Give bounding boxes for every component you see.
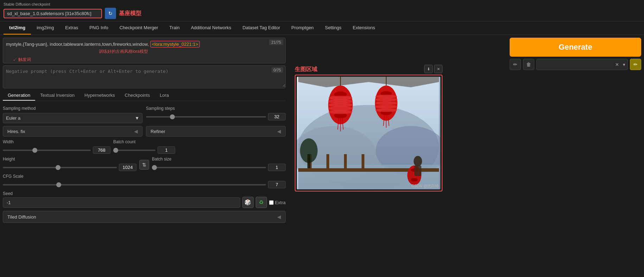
svg-rect-40 [307,154,310,168]
checkpoint-refresh-btn[interactable]: ↻ [105,8,116,19]
tab-extensions[interactable]: Extensions [347,21,381,34]
dropdown-arrow: ▼ [135,115,139,121]
image-wrapper: CSDN @比白特 [295,75,442,191]
left-panel: mystyle,{Tang-yuan}, indoor,tableware,la… [0,35,288,273]
image-close-btn[interactable]: ✕ [434,65,442,73]
sub-tab-checkpoints[interactable]: Checkpoints [120,90,155,101]
width-value: 768 [93,146,110,154]
sampling-method-select[interactable]: Euler a ▼ [3,113,142,123]
height-slider[interactable] [3,167,117,168]
tab-checkpoint-merger[interactable]: Checkpoint Merger [114,21,164,34]
controls-section: Sampling method Euler a ▼ Sampling steps… [3,106,286,223]
width-slider[interactable] [3,150,91,151]
main-layout: mystyle,{Tang-yuan}, indoor,tableware,la… [0,35,644,273]
tab-additional-networks[interactable]: Additional Networks [185,21,237,34]
svg-point-18 [329,110,352,114]
cfg-scale-label: CFG Scale [3,174,286,179]
batch-size-label: Batch size [152,157,286,162]
image-toolbar: ⬇ ✕ [424,65,442,73]
negative-prompt-container: 0/75 [3,65,286,88]
seed-dice-btn[interactable]: 🎲 [242,197,254,208]
svg-point-29 [375,105,397,108]
sub-tab-bar: Generation Textual Inversion Hypernetwor… [3,90,286,101]
sampling-steps-range-row: 32 [146,113,286,120]
height-label: Height [3,157,136,162]
width-label: Width [3,139,110,144]
tab-train[interactable]: Train [164,21,185,34]
sampling-method-group: Sampling method Euler a ▼ [3,106,142,123]
svg-point-30 [375,108,397,112]
cfg-scale-value: 7 [268,181,286,188]
height-range-row: 1024 [3,164,136,171]
batch-count-group: Batch count 1 [113,139,175,154]
image-area-header: 生图区域 [295,66,317,73]
seed-recycle-btn[interactable]: ♻ [256,197,267,208]
svg-point-28 [375,101,397,105]
negative-prompt-input[interactable] [3,66,285,87]
width-range-row: 768 [3,146,110,154]
sub-tab-hypernetworks[interactable]: Hypernetworks [79,90,120,101]
generate-button[interactable]: Generate [510,38,641,57]
svg-point-36 [411,178,418,182]
sampling-steps-slider[interactable] [146,116,266,118]
tiled-diffusion-row: Tiled Diffusion ◀ [3,211,286,223]
batch-count-label: Batch count [113,139,175,144]
swap-dimensions-btn[interactable]: ⇅ [139,160,149,170]
checkpoint-row: sd_xl_base_1.0.safetensors [31e35c80fc] … [4,8,640,19]
tab-promptgen[interactable]: Promptgen [286,21,319,34]
tab-img2img[interactable]: img2img [31,21,59,34]
svg-rect-38 [414,165,421,176]
svg-point-27 [375,98,397,101]
sampling-method-label: Sampling method [3,106,142,111]
batch-size-group: Batch size 1 [152,157,286,171]
sampling-group: Sampling method Euler a ▼ Sampling steps… [3,106,286,123]
seed-label: Seed [3,191,286,196]
hires-fix-label: Hires. fix [7,129,25,134]
tab-bar: txt2img img2img Extras PNG Info Checkpoi… [0,21,644,35]
checkpoint-select[interactable]: sd_xl_base_1.0.safetensors [31e35c80fc] [4,9,102,18]
seed-row: 🎲 ♻ Extra [3,197,286,208]
batch-size-range-row: 1 [152,164,286,171]
refiner-label: Refiner [151,129,165,134]
sub-tab-lora[interactable]: Lora [155,90,174,101]
batch-size-slider[interactable] [152,167,266,168]
svg-point-37 [414,156,422,166]
extra-checkbox[interactable] [269,200,274,205]
sub-tab-generation[interactable]: Generation [3,90,35,101]
cfg-scale-range-row: 7 [3,181,286,188]
swap-btn-container: ⇅ [139,160,149,171]
tab-extras[interactable]: Extras [59,21,84,34]
hires-toggle-btn[interactable]: ◀ [134,128,138,134]
sub-tab-textual-inversion[interactable]: Textual Inversion [35,90,79,101]
right-panel: Generate ✏ 🗑 ✕ ▾ ✏ 生图区域 ⬇ ✕ [288,35,644,273]
tab-png-info[interactable]: PNG Info [84,21,114,34]
batch-size-value: 1 [268,164,286,171]
hires-fix-row: Hires. fix ◀ [3,126,142,137]
tab-txt2img[interactable]: txt2img [4,21,31,34]
refiner-toggle-btn[interactable]: ◀ [277,128,281,134]
svg-rect-9 [362,154,364,172]
batch-count-slider[interactable] [113,150,155,151]
tab-dataset-tag-editor[interactable]: Dataset Tag Editor [237,21,286,34]
height-batch-group: Height 1024 ⇅ Batch size 1 [3,157,286,171]
negative-counter: 0/75 [272,67,283,73]
base-model-annotation: 基座模型 [119,10,141,17]
prompt-text: mystyle,{Tang-yuan}, indoor,tableware,la… [6,42,149,47]
sampling-steps-label: Sampling steps [146,106,286,111]
seed-group: Seed 🎲 ♻ Extra [3,191,286,208]
prompt-counter: 21/75 [269,39,283,45]
arrow-trigger: ↙ 触发词 [13,56,31,63]
generated-image [297,77,440,189]
tiled-diffusion-toggle[interactable]: ◀ [277,214,281,220]
cfg-scale-slider[interactable] [3,184,266,185]
tiled-diffusion-label: Tiled Diffusion [7,214,36,220]
checkpoint-bar: Stable Diffusion checkpoint sd_xl_base_1… [0,0,644,21]
image-download-btn[interactable]: ⬇ [424,65,433,73]
positive-prompt-display[interactable]: mystyle,{Tang-yuan}, indoor,tableware,la… [3,38,285,63]
refiner-row: Refiner ◀ [146,126,286,137]
batch-count-range-row: 1 [113,146,175,154]
batch-count-value: 1 [158,146,175,154]
height-group: Height 1024 [3,157,136,171]
seed-input[interactable] [3,197,240,208]
tab-settings[interactable]: Settings [319,21,347,34]
